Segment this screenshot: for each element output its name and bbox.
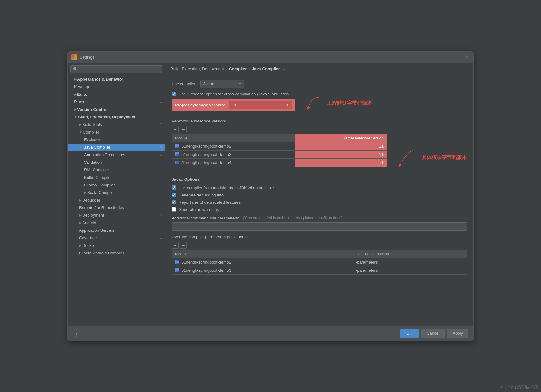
compiler-dropdown[interactable]: Javac ▼: [200, 80, 244, 88]
search-input[interactable]: [80, 67, 160, 71]
annotation1-area: 工程默认字节码版本: [302, 96, 372, 111]
sidebar-item-rmi-compiler[interactable]: RMI Compiler: [68, 166, 165, 174]
sidebar-item-android[interactable]: ▶ Android: [68, 219, 165, 227]
sidebar-item-label: Editor: [77, 92, 162, 97]
remove-override-button[interactable]: −: [180, 242, 187, 249]
additional-params-input-wrapper: ⤢: [172, 222, 467, 231]
sidebar-item-docker[interactable]: ▶ Docker: [68, 242, 165, 249]
sidebar-item-deployment[interactable]: ▶ Deployment ⚙: [68, 212, 165, 219]
javac-options-title: Javac Options: [172, 177, 467, 182]
table-row: 51nengli-springboot-demo4 11: [172, 158, 387, 167]
help-button[interactable]: ?: [73, 329, 80, 337]
module-table-container: Module Target bytecode version: [172, 134, 387, 172]
module-table: Module Target bytecode version: [172, 134, 387, 167]
module-icon: [175, 152, 179, 156]
sidebar-item-label: Kotlin Compiler: [84, 175, 162, 180]
override-options-col-header: Compilation options: [352, 250, 467, 258]
apply-button[interactable]: Apply: [447, 329, 468, 338]
breadcrumb: Build, Execution, Deployment › Compiler …: [170, 66, 285, 71]
javac-checkbox-2[interactable]: [172, 200, 176, 204]
back-button[interactable]: ←: [452, 65, 459, 72]
sidebar-item-label: Remote Jar Repositories: [79, 205, 162, 210]
module-cell: 51nengli-springboot-demo3: [172, 150, 295, 158]
sidebar-item-validation[interactable]: Validation: [68, 159, 165, 166]
sidebar-item-label: Docker: [82, 243, 162, 248]
javac-checkbox-row-3: Generate no warnings: [172, 207, 467, 212]
sidebar-item-editor[interactable]: ▶ Editor: [68, 91, 165, 98]
add-module-button[interactable]: +: [172, 126, 179, 133]
module-icon: [175, 268, 179, 272]
sidebar-item-annotation-processors[interactable]: Annotation Processors ⚙: [68, 151, 165, 159]
ok-button[interactable]: OK: [400, 329, 419, 338]
close-button[interactable]: ✕: [463, 54, 470, 60]
sidebar-item-plugins[interactable]: Plugins ⚙: [68, 98, 165, 106]
javac-checkbox-3[interactable]: [172, 207, 176, 212]
sidebar-item-label: Excludes: [84, 137, 162, 142]
gear-icon: ⚙: [159, 213, 162, 217]
project-bytecode-dropdown[interactable]: 11 ▼: [229, 101, 292, 109]
additional-params-hint: ('/' recommended in paths for cross-plat…: [243, 216, 343, 220]
sidebar-item-label: Appearance & Behavior: [77, 77, 162, 82]
sidebar-item-groovy-compiler[interactable]: Groovy Compiler: [68, 181, 165, 189]
javac-checkbox-row-2: Report use of deprecated features: [172, 200, 467, 205]
sidebar-item-label: Plugins: [74, 99, 159, 104]
breadcrumb-part3: Java Compiler: [252, 66, 280, 71]
sidebar-item-java-compiler[interactable]: Java Compiler ⚙: [68, 144, 165, 151]
additional-params-input[interactable]: [172, 222, 467, 231]
version-col-header: Target bytecode version: [295, 134, 387, 142]
project-bytecode-label: Project bytecode version:: [175, 103, 225, 107]
sidebar-item-application-servers[interactable]: Application Servers: [68, 227, 165, 234]
sidebar-item-debugger[interactable]: ▶ Debugger: [68, 196, 165, 204]
sidebar-item-version-control[interactable]: ▶ Version Control: [68, 106, 165, 113]
javac-checkbox-0[interactable]: [172, 185, 176, 190]
dropdown-arrow-icon: ▼: [238, 82, 242, 86]
module-table-with-annotation: Module Target bytecode version: [172, 134, 467, 172]
add-override-button[interactable]: +: [172, 242, 179, 249]
annotation2-area: 具体模块字节码版本: [390, 147, 467, 169]
module-cell: 51nengli-springboot-demo2: [172, 142, 295, 150]
release-option-checkbox[interactable]: [172, 92, 176, 96]
expand-icon[interactable]: ⤢: [463, 224, 466, 229]
sidebar-item-label: Deployment: [82, 213, 159, 218]
javac-label-3: Generate no warnings: [179, 207, 219, 212]
sidebar-item-excludes[interactable]: Excludes: [68, 136, 165, 144]
sidebar-item-label: Coverage: [79, 236, 159, 240]
javac-checkbox-1[interactable]: [172, 193, 176, 197]
annotation2-arrow-svg: [390, 147, 415, 169]
additional-params-label: Additional command line parameters:: [172, 216, 239, 220]
release-option-label: Use '--release' option for cross-compila…: [179, 92, 289, 96]
sidebar-item-coverage[interactable]: Coverage ⚙: [68, 234, 165, 242]
module-name: 51nengli-springboot-demo2: [181, 144, 231, 149]
override-section: Override compiler parameters per-module:…: [172, 235, 467, 275]
content-area: Use compiler: Javac ▼ Use '--release' op…: [165, 75, 473, 326]
title-bar: Settings ✕: [68, 52, 473, 63]
expand-icon: ▶: [79, 198, 82, 202]
project-bytecode-row: Project bytecode version: 11 ▼: [172, 99, 295, 111]
sidebar-item-build-exec-deploy[interactable]: ▼ Build, Execution, Deployment: [68, 113, 165, 121]
override-module-name: 51nengli-springboot-demo3: [181, 268, 231, 273]
gear-icon: ⚙: [159, 122, 162, 127]
sidebar-item-build-tools[interactable]: ▶ Build Tools ⚙: [68, 121, 165, 128]
forward-button[interactable]: →: [461, 65, 468, 72]
breadcrumb-nav: ← →: [452, 65, 468, 72]
main-content: Build, Execution, Deployment › Compiler …: [165, 63, 473, 326]
dialog-footer: ? OK Cancel Apply: [68, 326, 473, 341]
gear-icon: ⚙: [159, 153, 162, 157]
sidebar-item-scala-compiler[interactable]: ▶ Scala Compiler: [68, 189, 165, 196]
remove-module-button[interactable]: −: [180, 126, 187, 133]
search-icon: 🔍: [73, 67, 78, 71]
svg-rect-3: [75, 57, 76, 59]
sidebar-item-gradle-android[interactable]: Gradle-Android Compiler: [68, 249, 165, 257]
sidebar-item-compiler[interactable]: ▼ Compiler: [68, 128, 165, 136]
expand-icon: ▶: [79, 244, 82, 247]
sidebar-item-label: Compiler: [83, 130, 162, 134]
table-row: 51nengli-springboot-demo3 11: [172, 150, 387, 158]
search-box[interactable]: 🔍: [70, 65, 162, 73]
sidebar-item-keymap[interactable]: Keymap: [68, 83, 165, 91]
cancel-button[interactable]: Cancel: [421, 329, 445, 338]
sidebar-item-kotlin-compiler[interactable]: Kotlin Compiler: [68, 174, 165, 181]
breadcrumb-part1: Build, Execution, Deployment: [170, 66, 224, 71]
sidebar-item-remote-jar[interactable]: Remote Jar Repositories: [68, 204, 165, 212]
additional-params-label-row: Additional command line parameters: ('/'…: [172, 216, 467, 220]
sidebar-item-appearance[interactable]: ▶ Appearance & Behavior: [68, 76, 165, 83]
